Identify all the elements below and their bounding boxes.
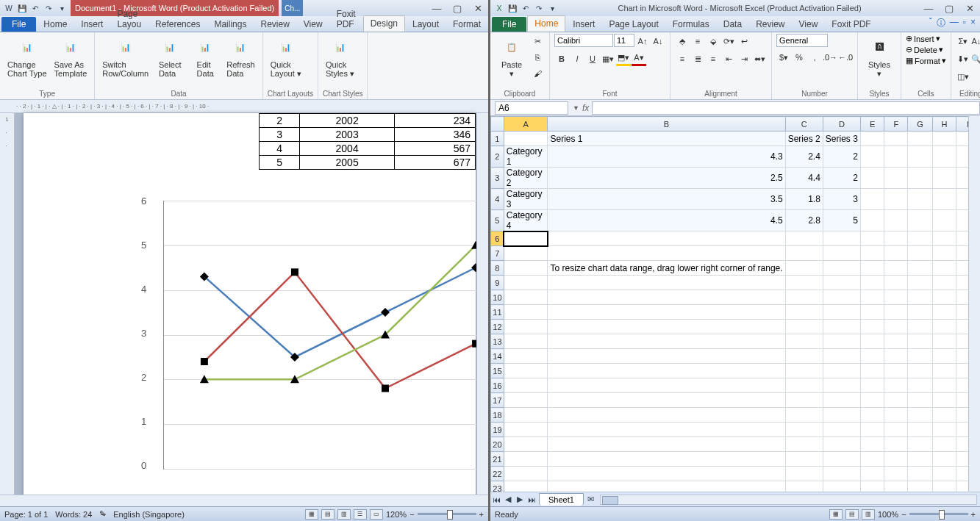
zoom-out-icon[interactable]: − <box>409 510 414 519</box>
file-tab[interactable]: File <box>492 17 526 32</box>
cell[interactable] <box>785 305 823 320</box>
cell[interactable] <box>823 334 860 349</box>
cell[interactable] <box>908 437 932 452</box>
tab-references[interactable]: References <box>149 17 207 32</box>
vertical-scrollbar[interactable] <box>476 113 488 495</box>
cell[interactable] <box>884 349 908 364</box>
cell[interactable] <box>504 276 548 290</box>
sheet-tab[interactable]: Sheet1 <box>539 493 584 506</box>
cell[interactable] <box>932 305 956 320</box>
draft-view-icon[interactable]: ▭ <box>370 509 383 520</box>
cell[interactable] <box>908 408 932 423</box>
cell[interactable] <box>932 437 956 452</box>
new-sheet-icon[interactable]: ✉ <box>585 494 597 506</box>
cell[interactable] <box>884 423 908 437</box>
table-cell[interactable]: 3 <box>260 128 300 142</box>
switch-row-col[interactable]: 📊SwitchRow/Column <box>99 34 151 79</box>
cell[interactable] <box>908 261 932 276</box>
cell[interactable] <box>861 408 884 423</box>
vertical-scrollbar[interactable] <box>968 116 980 492</box>
cell[interactable]: 5 <box>823 210 860 231</box>
cell[interactable] <box>823 408 860 423</box>
format-cells-button[interactable]: ▦ Format ▾ <box>906 56 946 65</box>
cell[interactable] <box>785 261 823 276</box>
cell[interactable] <box>908 168 932 189</box>
cell[interactable] <box>823 349 860 364</box>
plot-area[interactable] <box>163 201 488 470</box>
select-data[interactable]: 📊SelectData <box>153 34 187 79</box>
horizontal-ruler[interactable]: · · 2 · | · 1 · | · △ · | · 1 · | · 2 · … <box>0 100 488 113</box>
cell[interactable] <box>504 467 548 481</box>
table-cell[interactable]: 2 <box>260 114 300 128</box>
underline-icon[interactable]: U <box>585 51 600 66</box>
cell[interactable] <box>884 276 908 290</box>
copy-icon[interactable]: ⎘ <box>530 50 545 65</box>
cell[interactable] <box>884 408 908 423</box>
cell[interactable]: To resize chart data range, drag lower r… <box>548 261 785 276</box>
cell[interactable] <box>861 276 884 290</box>
cell[interactable] <box>861 334 884 349</box>
row-header[interactable]: 14 <box>491 349 504 364</box>
cell[interactable] <box>504 437 548 452</box>
cell[interactable] <box>548 408 785 423</box>
cell[interactable] <box>932 334 956 349</box>
cell[interactable] <box>504 378 548 393</box>
cell[interactable] <box>861 189 884 210</box>
cell[interactable] <box>504 393 548 408</box>
data-marker[interactable] <box>382 385 389 392</box>
save-icon[interactable]: 💾 <box>16 2 28 14</box>
cell[interactable] <box>785 481 823 492</box>
data-marker[interactable] <box>291 268 298 276</box>
cell[interactable]: Series 3 <box>823 132 860 146</box>
align-right-icon[interactable]: ≡ <box>706 51 720 66</box>
font-name-input[interactable]: Calibri <box>554 34 613 47</box>
row-header[interactable]: 5 <box>491 210 504 231</box>
row-header[interactable]: 8 <box>491 261 504 276</box>
cell[interactable] <box>861 290 884 305</box>
chart-object[interactable]: 0123456 <box>134 198 488 492</box>
cell[interactable] <box>861 210 884 231</box>
last-sheet-icon[interactable]: ⏭ <box>526 494 537 506</box>
styles-button[interactable]: 🅰Styles▾ <box>862 34 896 80</box>
cell[interactable] <box>823 481 860 492</box>
cell[interactable] <box>908 364 932 378</box>
cell[interactable] <box>823 290 860 305</box>
column-header[interactable]: D <box>823 117 860 132</box>
column-header[interactable]: A <box>504 117 548 132</box>
cell[interactable] <box>884 452 908 467</box>
row-header[interactable]: 21 <box>491 452 504 467</box>
redo-icon[interactable]: ↷ <box>43 2 54 14</box>
align-top-icon[interactable]: ⬘ <box>675 34 690 48</box>
tab-design[interactable]: Design <box>363 15 405 32</box>
cell[interactable] <box>548 481 785 492</box>
cell[interactable]: 3.5 <box>548 189 785 210</box>
horizontal-scrollbar[interactable] <box>0 495 488 506</box>
increase-font-icon[interactable]: A↑ <box>635 34 650 48</box>
row-header[interactable]: 11 <box>491 305 504 320</box>
cell[interactable] <box>548 393 785 408</box>
cell[interactable] <box>932 481 956 492</box>
cell[interactable] <box>504 481 548 492</box>
cell[interactable] <box>823 276 860 290</box>
cell[interactable] <box>823 261 860 276</box>
cell[interactable] <box>823 231 860 246</box>
cell[interactable] <box>861 452 884 467</box>
cell[interactable] <box>908 146 932 168</box>
cell[interactable] <box>504 452 548 467</box>
cell[interactable] <box>908 132 932 146</box>
cell[interactable] <box>548 378 785 393</box>
zoom-out-icon[interactable]: − <box>901 510 906 519</box>
cell[interactable] <box>861 437 884 452</box>
row-header[interactable]: 9 <box>491 276 504 290</box>
row-header[interactable]: 18 <box>491 408 504 423</box>
row-header[interactable]: 2 <box>491 146 504 168</box>
close-icon[interactable]: ✕ <box>468 1 488 15</box>
table-cell[interactable]: 5 <box>260 156 300 170</box>
cell[interactable] <box>932 132 956 146</box>
cell[interactable] <box>861 364 884 378</box>
zoom-slider[interactable] <box>909 513 968 515</box>
cell[interactable] <box>884 261 908 276</box>
format-painter-icon[interactable]: 🖌 <box>530 66 545 81</box>
cell[interactable] <box>785 334 823 349</box>
change-chart-type[interactable]: 📊ChangeChart Type <box>4 34 50 79</box>
